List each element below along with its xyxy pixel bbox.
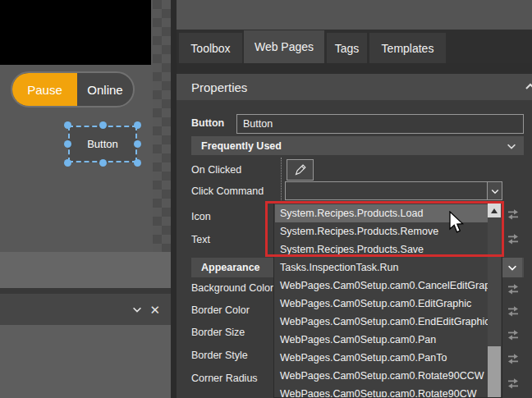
- scrollbar-thumb[interactable]: [488, 346, 501, 398]
- icon-label: Icon: [191, 211, 211, 222]
- panel-divider: [0, 288, 171, 294]
- tab-label: Toolbox: [190, 42, 230, 55]
- section-label: Frequently Used: [201, 140, 282, 152]
- tab-label: Web Pages: [255, 40, 314, 53]
- section-frequently-used[interactable]: Frequently Used: [191, 136, 524, 155]
- collapse-chevron-icon[interactable]: [524, 80, 532, 94]
- edit-handler-button[interactable]: [287, 159, 314, 181]
- swap-arrows-icon[interactable]: [505, 377, 521, 390]
- online-label: Online: [87, 83, 122, 97]
- properties-title: Properties: [191, 80, 247, 94]
- selected-button-widget[interactable]: Button: [68, 126, 137, 162]
- border-style-label: Border Style: [191, 350, 248, 361]
- button-widget-face[interactable]: Button: [68, 126, 137, 162]
- design-canvas[interactable]: Pause Online Button: [0, 0, 171, 252]
- properties-header[interactable]: Properties: [177, 74, 532, 100]
- click-command-label: Click Command: [191, 185, 264, 197]
- section-label: Appearance: [201, 262, 260, 273]
- swap-arrows-icon[interactable]: [505, 282, 521, 295]
- resize-handle[interactable]: [64, 140, 71, 148]
- resize-handle[interactable]: [134, 159, 141, 167]
- tab-toolbox[interactable]: Toolbox: [179, 33, 242, 63]
- swap-arrows-icon[interactable]: [505, 328, 521, 341]
- resize-handle[interactable]: [134, 140, 141, 148]
- tab-web-pages[interactable]: Web Pages: [244, 30, 324, 63]
- combobox-dropdown-button[interactable]: [487, 182, 502, 199]
- dropdown-item[interactable]: WebPages.Cam0Setup.cam0.CancelEditGraphi…: [275, 277, 489, 295]
- border-color-label: Border Color: [191, 304, 250, 316]
- dropdown-item[interactable]: WebPages.Cam0Setup.cam0.EndEditGraphic: [275, 313, 489, 331]
- swap-arrows-icon[interactable]: [505, 352, 521, 365]
- canvas-bottom-band: [0, 252, 171, 288]
- button-widget-label: Button: [87, 138, 118, 150]
- element-name-input[interactable]: [236, 114, 524, 134]
- chevron-down-icon: [506, 140, 517, 152]
- resize-handle[interactable]: [64, 121, 71, 129]
- resize-handle[interactable]: [99, 121, 107, 129]
- pause-label: Pause: [27, 83, 62, 97]
- swap-arrows-icon[interactable]: [505, 304, 521, 318]
- dropdown-item[interactable]: WebPages.Cam0Setup.cam0.Rotate90CCW: [275, 367, 489, 385]
- pause-segment[interactable]: Pause: [12, 73, 77, 106]
- panel-splitter[interactable]: [171, 0, 177, 398]
- resize-handle[interactable]: [99, 159, 107, 167]
- dropdown-item[interactable]: Tasks.InspectionTask.Run: [275, 258, 489, 277]
- appearance-collapse-button[interactable]: [502, 258, 522, 277]
- dropdown-item[interactable]: WebPages.Cam0Setup.cam0.PanTo: [275, 349, 489, 367]
- chevron-down-icon: [490, 186, 500, 196]
- element-type-label: Button: [191, 117, 224, 129]
- bottom-panel-titlebar[interactable]: ✕: [0, 294, 171, 325]
- toolbar-strip: [177, 0, 532, 30]
- tab-label: Tags: [335, 42, 360, 55]
- online-segment[interactable]: Online: [77, 73, 133, 106]
- tab-label: Templates: [382, 42, 434, 55]
- close-icon[interactable]: ✕: [149, 304, 160, 316]
- grid-separator: [281, 158, 282, 202]
- border-size-label: Border Size: [191, 327, 245, 338]
- tab-templates[interactable]: Templates: [369, 33, 446, 63]
- mouse-cursor-icon: [448, 211, 466, 236]
- pencil-icon: [293, 163, 307, 177]
- swap-arrows-icon[interactable]: [505, 208, 521, 221]
- combobox-value: [286, 182, 487, 199]
- resize-handle[interactable]: [134, 121, 141, 129]
- corner-radius-label: Corner Radius: [191, 373, 258, 384]
- app-window: Pause Online Button ✕ Toolbox Web Pa: [0, 0, 532, 398]
- camera-image-placeholder[interactable]: [0, 0, 151, 65]
- resize-handle[interactable]: [64, 159, 71, 167]
- on-clicked-label: On Clicked: [191, 164, 241, 176]
- swap-arrows-icon[interactable]: [505, 232, 521, 245]
- dropdown-item[interactable]: WebPages.Cam0Setup.cam0.Rotate90CW: [275, 385, 489, 398]
- dropdown-item[interactable]: WebPages.Cam0Setup.cam0.EditGraphic: [275, 295, 489, 313]
- annotation-red-box: [265, 201, 504, 257]
- text-label: Text: [191, 234, 210, 245]
- chevron-down-icon: [507, 262, 518, 273]
- dropdown-item[interactable]: WebPages.Cam0Setup.cam0.Pan: [275, 331, 489, 349]
- click-command-combobox[interactable]: [285, 181, 502, 200]
- pause-online-toggle[interactable]: Pause Online: [11, 71, 135, 108]
- background-color-label: Background Color: [191, 282, 273, 294]
- transparency-checker: [153, 0, 171, 252]
- bottom-panel-body: [0, 325, 171, 398]
- tab-tags[interactable]: Tags: [327, 33, 367, 63]
- panel-tabbar: Toolbox Web Pages Tags Templates: [177, 30, 532, 63]
- collapse-chevron-icon[interactable]: [131, 304, 143, 315]
